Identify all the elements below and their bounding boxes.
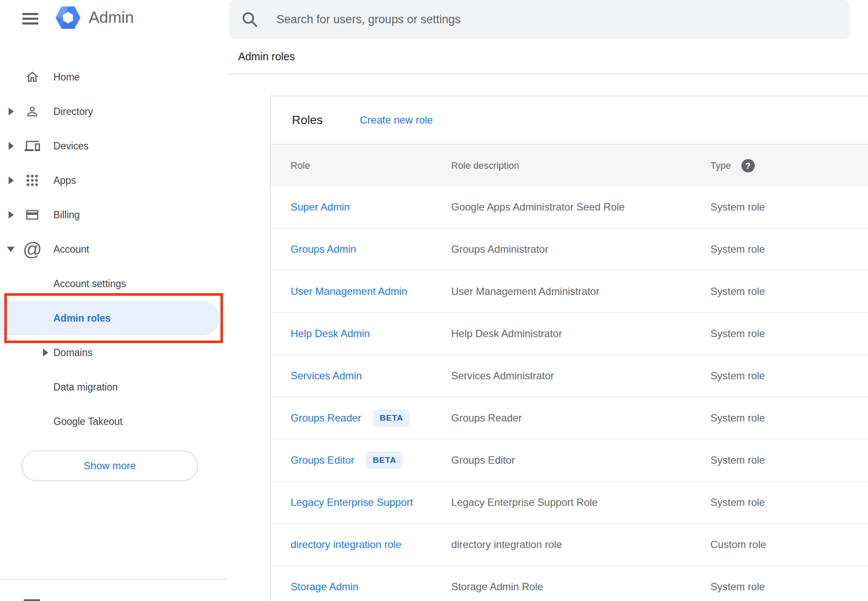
role-description: Groups Administrator [451,243,548,255]
role-type: System role [710,412,765,424]
apps-grid-icon [24,172,40,189]
create-new-role-link[interactable]: Create new role [360,114,433,126]
table-row: Super Admin Google Apps Administrator Se… [271,186,868,229]
table-row: Storage Admin Storage Admin Role System … [271,566,868,601]
expand-arrow-icon[interactable] [43,349,48,356]
col-header-role: Role [291,160,310,171]
expand-arrow-icon[interactable] [9,108,14,115]
sidebar-item-admin-roles[interactable]: Admin roles [0,301,220,335]
app-logo: Admin [55,6,134,29]
breadcrumb: Admin roles [238,39,295,74]
show-more-button[interactable]: Show more [22,450,198,481]
expand-arrow-icon[interactable] [9,211,14,219]
sidebar-item-devices[interactable]: Devices [0,129,228,163]
content-divider [228,74,868,74]
sidebar-item-label: Account [53,244,89,255]
sidebar-item-billing[interactable]: Billing [0,198,228,232]
help-icon[interactable]: ? [741,159,755,172]
role-description: Google Apps Administrator Seed Role [451,201,625,213]
role-description: User Management Administrator [451,285,599,297]
billing-card-icon [24,207,40,223]
role-type: Custom role [710,539,766,551]
role-description: Storage Admin Role [451,581,543,593]
roles-card-header: Roles Create new role [271,96,868,144]
partial-footer-icon [24,599,40,601]
role-description: Groups Reader [451,412,522,424]
sidebar-item-label: Account settings [53,278,126,290]
role-link[interactable]: Legacy Enterprise Support [291,496,413,508]
role-type: System role [710,328,765,340]
sidebar-item-account-settings[interactable]: Account settings [0,266,228,301]
role-link[interactable]: Super Admin [291,201,350,213]
role-type: System role [710,370,765,382]
sidebar-item-label: Home [53,71,80,83]
role-type: System role [710,496,765,508]
role-description: Services Administrator [451,370,554,382]
devices-icon [24,138,40,154]
sidebar-item-home[interactable]: Home [0,60,228,94]
sidebar-item-label: Billing [53,209,80,221]
collapse-arrow-icon[interactable] [7,247,15,252]
sidebar-footer-divider [0,579,228,580]
role-type: System role [710,285,765,297]
col-header-description: Role description [451,160,519,171]
role-type: System role [710,581,765,593]
role-link[interactable]: Groups Reader [291,412,361,424]
search-input[interactable] [276,12,814,27]
sidebar-item-label: Devices [53,140,89,152]
table-row: Groups Reader BETA Groups Reader System … [271,397,868,440]
table-row: directory integration role directory int… [271,524,868,566]
hamburger-menu-icon[interactable] [22,13,38,25]
search-bar[interactable] [229,0,849,39]
role-link[interactable]: Services Admin [291,370,362,382]
role-description: Help Desk Administrator [451,328,562,340]
app-title: Admin [89,9,134,27]
beta-badge: BETA [373,409,409,427]
col-header-type-label: Type [710,160,731,171]
at-sign-icon: @ [24,241,40,257]
table-row: Groups Admin Groups Administrator System… [271,229,868,271]
role-type: System role [710,243,765,255]
sidebar-item-label: Directory [53,106,93,118]
table-body: Super Admin Google Apps Administrator Se… [271,186,868,601]
sidebar-item-google-takeout[interactable]: Google Takeout [0,404,228,439]
role-type: System role [710,201,765,213]
role-description: Legacy Enterprise Support Role [451,496,598,508]
table-row: Help Desk Admin Help Desk Administrator … [271,313,868,355]
table-row: User Management Admin User Management Ad… [271,271,868,313]
sidebar-item-directory[interactable]: Directory [0,94,228,129]
role-link[interactable]: Help Desk Admin [291,328,370,340]
role-type: System role [710,454,765,466]
sidebar-nav: Home Directory Devices [0,60,228,439]
sidebar-item-label: Data migration [53,381,118,393]
role-link-group: Groups Reader BETA [291,409,409,427]
role-link[interactable]: directory integration role [291,539,401,551]
role-link[interactable]: Groups Admin [291,243,356,255]
sidebar-item-apps[interactable]: Apps [0,163,228,198]
expand-arrow-icon[interactable] [9,177,14,184]
role-link[interactable]: Storage Admin [291,581,358,593]
role-description: directory integration role [451,539,562,551]
sidebar-item-domains[interactable]: Domains [0,335,228,370]
search-icon [240,10,259,29]
beta-badge: BETA [366,452,403,469]
role-link[interactable]: User Management Admin [291,285,407,297]
sidebar-item-account[interactable]: @ Account [0,232,228,266]
sidebar-item-label: Google Takeout [53,416,123,428]
sidebar: Admin Home Directory [0,0,228,601]
sidebar-item-label: Domains [53,347,93,359]
roles-card: Roles Create new role Role Role descript… [270,96,868,601]
home-icon [24,69,40,85]
sidebar-item-data-migration[interactable]: Data migration [0,370,228,404]
sidebar-item-label: Apps [53,175,76,186]
table-row: Groups Editor BETA Groups Editor System … [271,440,868,482]
role-description: Groups Editor [451,454,515,466]
role-link[interactable]: Groups Editor [291,454,354,466]
panel-title: Roles [292,113,323,127]
expand-arrow-icon[interactable] [9,142,14,150]
col-header-type: Type ? [710,159,755,172]
person-icon [24,103,40,120]
role-link-group: Groups Editor BETA [291,452,403,469]
admin-logo-icon [55,6,81,29]
sidebar-item-label: Admin roles [53,313,111,324]
